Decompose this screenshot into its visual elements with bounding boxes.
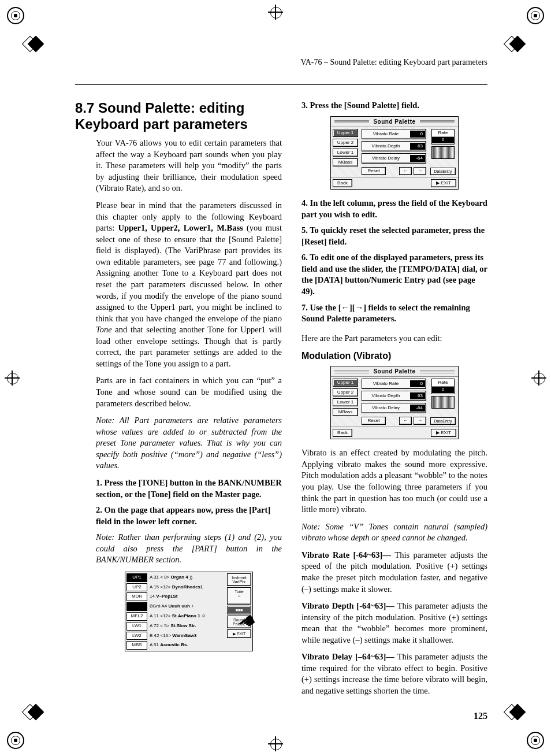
text: (you must select one of these to ensure … [96,223,282,323]
lcd-back-button: Back [333,179,352,187]
lcd-param-label: Vibrato Rate [363,132,409,136]
fold-mark-icon [505,38,528,50]
lcd-param-label: Vibrato Rate [363,381,409,386]
crop-mark-icon [268,736,283,751]
lcd-param-row: Vibrato Depth63 [362,391,426,401]
lcd-right-arrow-icon: → [414,167,426,175]
step-text: 4. In the left column, press the field o… [301,198,487,219]
lcd-part-text: A 51 Acoustic Bs. [150,642,251,648]
right-column: 3. Press the [Sound Palette] field. Soun… [301,100,487,703]
step-6: 6. To edit one of the displayed paramete… [301,252,487,297]
lcd-part-tag [126,602,147,611]
note-text: Note: Rather than performing steps (1) a… [96,532,282,566]
lcd-reset-button: Reset [362,417,386,425]
lcd-part-button: Upper 2 [333,139,358,147]
param-vibrato-delay: Vibrato Delay [–64~63]— This parameter a… [301,651,487,696]
lcd-part-button: MBass [333,408,358,416]
lcd-param-label: Vibrato Depth [363,394,409,398]
lcd-part-screenshot: UP1A 31 < 8> Organ 4 ))UP2A 15 <12> Dyno… [125,572,253,651]
registration-mark-icon [7,732,24,749]
right-arrow-icon: → [355,303,364,312]
lcd-param-value: 0 [410,131,425,138]
lcd-part-row: MBSA 51 Acoustic Bs. [126,641,251,650]
lcd-right-arrow-icon: → [414,417,426,425]
lcd-rate-value: 0 [432,136,454,143]
registration-mark-icon [7,7,24,24]
lcd-part-tag: UP1 [126,573,147,582]
body-text: Vibrato is an effect created by modulati… [301,447,487,515]
lcd-dataentry-button: DataEntry [430,168,456,175]
step-4: 4. In the left column, press the field o… [301,198,487,220]
lcd-part-tag: MEL2 [126,612,147,621]
bold-parts: Upper1, Upper2, Lower1, M.Bass [118,223,243,232]
lcd-rate-display: Rate0 [431,129,455,144]
page: VA-76 – Sound Palette: editing Keyboard … [0,0,551,756]
fold-mark-icon [23,38,46,50]
param-name: Vibrato Depth [-64~63]— [301,601,397,610]
lcd-param-row: Vibrato Delay-64 [362,403,426,413]
lcd-part-button: Upper 1 [333,129,358,137]
lcd-param-value: -64 [410,155,425,162]
lcd-param-row: Vibrato Rate0 [362,129,426,139]
lcd-part-tag: UP2 [126,583,147,592]
step-3: 3. Press the [Sound Palette] field. [301,100,487,112]
lcd-part-button: MBass [333,158,358,166]
step-1: 1. Press the [TONE] button in the BANK/N… [96,477,282,500]
body-text: Here are the Part parameters you can edi… [301,333,487,344]
lcd-reset-button: Reset [362,167,386,175]
lcd-param-label: Vibrato Delay [363,406,409,410]
crop-mark-icon [531,370,546,386]
text: ][ [349,303,355,312]
running-head: VA-76 – Sound Palette: editing Keyboard … [75,58,487,67]
lcd-exit-button: ▶ EXIT [431,179,456,187]
registration-mark-icon [527,7,544,24]
lcd-part-button: Upper 2 [333,388,358,396]
lcd-slider-icon [431,396,455,409]
lcd-param-value: 63 [410,143,425,150]
section-heading: 8.7 Sound Palette: editing Keyboard part… [75,100,282,132]
lcd-side-button: ■■■ [227,606,251,614]
italic-tone: Tone [96,325,112,334]
lcd-part-tag: LW2 [126,632,147,640]
text: 7. Use the [ [301,303,341,312]
lcd-sound-palette-screenshot: Sound Palette Upper 1 Upper 2 Lower 1 MB… [330,366,459,440]
step-text: 1. Press the [TONE] button in the BANK/N… [96,478,282,499]
lcd-rate-caption: Rate [432,380,454,386]
lcd-rate-display: Rate0 [431,379,455,394]
lcd-param-row: Vibrato Rate0 [362,379,426,389]
step-2: 2. On the page that appears now, press t… [96,505,282,527]
body-text: Your VA-76 allows you to edit certain pa… [96,138,282,194]
lcd-title: Sound Palette [331,366,458,377]
step-7: 7. Use the [←][→] fields to select the r… [301,302,487,325]
lcd-rate-value: 0 [432,386,454,393]
fold-mark-icon [23,706,46,718]
lcd-left-arrow-icon: ← [399,417,412,425]
lcd-part-button: Upper 1 [333,379,358,387]
param-vibrato-depth: Vibrato Depth [-64~63]— This parameter a… [301,601,487,646]
left-column: 8.7 Sound Palette: editing Keyboard part… [75,100,282,703]
note-text: Note: All Part parameters are relative p… [96,415,282,472]
step-text: 2. On the page that appears now, press t… [96,505,270,526]
lcd-param-row: Vibrato Depth63 [362,141,426,151]
lcd-param-value: 63 [410,392,425,399]
page-number: 125 [474,711,487,721]
lcd-exit-button: ▶ EXIT [227,629,251,638]
param-vibrato-rate: Vibrato Rate [-64~63]— This parameter ad… [301,550,487,595]
lcd-side-button: Instrmnt VariPhr [227,573,251,586]
param-name: Vibrato Delay [–64~63]— [301,652,397,661]
step-text: 6. To edit one of the displayed paramete… [301,253,487,296]
lcd-part-button: Lower 1 [333,149,358,157]
note-text: Note: Some “V” Tones contain natural (sa… [301,521,487,544]
lcd-part-button: Lower 1 [333,398,358,406]
lcd-param-row: Vibrato Delay-64 [362,153,426,164]
registration-mark-icon [527,732,544,749]
lcd-part-tag: MDR [126,592,147,601]
body-text: Please bear in mind that the parameters … [96,200,282,369]
step-text: 3. Press the [Sound Palette] field. [301,101,419,110]
left-arrow-icon: ← [341,303,349,312]
lcd-param-label: Vibrato Delay [363,156,409,161]
columns: 8.7 Sound Palette: editing Keyboard part… [75,100,487,703]
lcd-part-tag: MBS [126,641,147,650]
lcd-back-button: Back [333,429,352,437]
lcd-dataentry-button: DataEntry [430,417,456,425]
